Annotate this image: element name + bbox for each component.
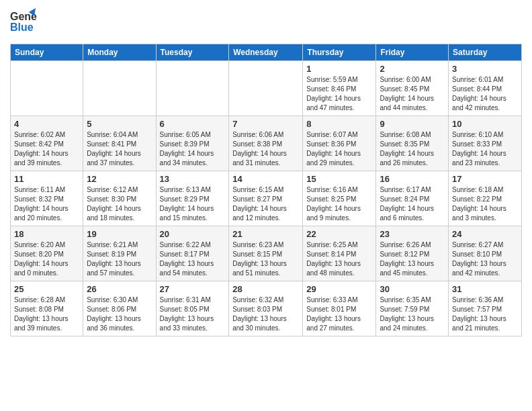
- day-number: 4: [14, 119, 79, 129]
- day-cell: 24Sunrise: 6:27 AM Sunset: 8:10 PM Dayli…: [449, 226, 522, 281]
- day-number: 21: [232, 229, 299, 239]
- day-number: 23: [380, 229, 445, 239]
- day-cell: 30Sunrise: 6:35 AM Sunset: 7:59 PM Dayli…: [376, 281, 449, 336]
- weekday-header-thursday: Thursday: [303, 44, 376, 61]
- day-info: Sunrise: 6:30 AM Sunset: 8:06 PM Dayligh…: [87, 295, 152, 333]
- day-cell: 18Sunrise: 6:20 AM Sunset: 8:20 PM Dayli…: [11, 226, 83, 281]
- day-info: Sunrise: 6:22 AM Sunset: 8:17 PM Dayligh…: [160, 240, 226, 278]
- day-info: Sunrise: 6:16 AM Sunset: 8:25 PM Dayligh…: [306, 185, 372, 223]
- day-number: 19: [87, 229, 152, 239]
- day-number: 18: [14, 229, 79, 239]
- day-cell: 20Sunrise: 6:22 AM Sunset: 8:17 PM Dayli…: [156, 226, 229, 281]
- logo-icon: General Blue: [10, 7, 37, 37]
- day-info: Sunrise: 6:28 AM Sunset: 8:08 PM Dayligh…: [14, 295, 79, 333]
- calendar-table: SundayMondayTuesdayWednesdayThursdayFrid…: [10, 44, 522, 336]
- weekday-header-saturday: Saturday: [449, 44, 522, 61]
- day-cell: 23Sunrise: 6:26 AM Sunset: 8:12 PM Dayli…: [376, 226, 449, 281]
- day-cell: 6Sunrise: 6:05 AM Sunset: 8:39 PM Daylig…: [156, 116, 229, 171]
- day-number: 22: [306, 229, 372, 239]
- weekday-header-row: SundayMondayTuesdayWednesdayThursdayFrid…: [11, 44, 522, 61]
- day-cell: 9Sunrise: 6:08 AM Sunset: 8:35 PM Daylig…: [376, 116, 449, 171]
- day-number: 24: [452, 229, 518, 239]
- day-info: Sunrise: 6:27 AM Sunset: 8:10 PM Dayligh…: [452, 240, 518, 278]
- day-info: Sunrise: 6:05 AM Sunset: 8:39 PM Dayligh…: [160, 130, 226, 168]
- day-number: 5: [87, 119, 152, 129]
- week-row-2: 4Sunrise: 6:02 AM Sunset: 8:42 PM Daylig…: [11, 116, 522, 171]
- day-info: Sunrise: 6:06 AM Sunset: 8:38 PM Dayligh…: [232, 130, 299, 168]
- day-info: Sunrise: 6:11 AM Sunset: 8:32 PM Dayligh…: [14, 185, 79, 223]
- day-info: Sunrise: 6:26 AM Sunset: 8:12 PM Dayligh…: [380, 240, 445, 278]
- day-info: Sunrise: 6:32 AM Sunset: 8:03 PM Dayligh…: [232, 295, 299, 333]
- week-row-1: 1Sunrise: 5:59 AM Sunset: 8:46 PM Daylig…: [11, 61, 522, 116]
- day-cell: 2Sunrise: 6:00 AM Sunset: 8:45 PM Daylig…: [376, 61, 449, 116]
- day-number: 2: [380, 64, 445, 74]
- day-cell: 4Sunrise: 6:02 AM Sunset: 8:42 PM Daylig…: [11, 116, 83, 171]
- header: General Blue: [10, 7, 522, 37]
- weekday-header-friday: Friday: [376, 44, 449, 61]
- day-info: Sunrise: 6:10 AM Sunset: 8:33 PM Dayligh…: [452, 130, 518, 168]
- day-number: 9: [380, 119, 445, 129]
- day-cell: 17Sunrise: 6:18 AM Sunset: 8:22 PM Dayli…: [449, 171, 522, 226]
- day-info: Sunrise: 6:04 AM Sunset: 8:41 PM Dayligh…: [87, 130, 152, 168]
- day-cell: 14Sunrise: 6:15 AM Sunset: 8:27 PM Dayli…: [229, 171, 303, 226]
- day-info: Sunrise: 6:25 AM Sunset: 8:14 PM Dayligh…: [306, 240, 372, 278]
- day-info: Sunrise: 6:36 AM Sunset: 7:57 PM Dayligh…: [452, 295, 518, 333]
- day-number: 16: [380, 174, 445, 184]
- day-cell: 31Sunrise: 6:36 AM Sunset: 7:57 PM Dayli…: [449, 281, 522, 336]
- day-number: 12: [87, 174, 152, 184]
- day-number: 8: [306, 119, 372, 129]
- day-number: 13: [160, 174, 226, 184]
- day-info: Sunrise: 6:00 AM Sunset: 8:45 PM Dayligh…: [380, 75, 445, 113]
- day-number: 17: [452, 174, 518, 184]
- day-cell: 25Sunrise: 6:28 AM Sunset: 8:08 PM Dayli…: [11, 281, 83, 336]
- day-info: Sunrise: 6:33 AM Sunset: 8:01 PM Dayligh…: [306, 295, 372, 333]
- day-number: 11: [14, 174, 79, 184]
- day-number: 7: [232, 119, 299, 129]
- day-info: Sunrise: 5:59 AM Sunset: 8:46 PM Dayligh…: [306, 75, 372, 113]
- day-info: Sunrise: 6:12 AM Sunset: 8:30 PM Dayligh…: [87, 185, 152, 223]
- day-info: Sunrise: 6:15 AM Sunset: 8:27 PM Dayligh…: [232, 185, 299, 223]
- day-cell: 26Sunrise: 6:30 AM Sunset: 8:06 PM Dayli…: [83, 281, 156, 336]
- week-row-4: 18Sunrise: 6:20 AM Sunset: 8:20 PM Dayli…: [11, 226, 522, 281]
- day-info: Sunrise: 6:23 AM Sunset: 8:15 PM Dayligh…: [232, 240, 299, 278]
- weekday-header-wednesday: Wednesday: [229, 44, 303, 61]
- day-number: 28: [232, 284, 299, 294]
- day-info: Sunrise: 6:08 AM Sunset: 8:35 PM Dayligh…: [380, 130, 445, 168]
- week-row-3: 11Sunrise: 6:11 AM Sunset: 8:32 PM Dayli…: [11, 171, 522, 226]
- day-number: 6: [160, 119, 226, 129]
- svg-text:Blue: Blue: [10, 21, 34, 33]
- day-cell: 7Sunrise: 6:06 AM Sunset: 8:38 PM Daylig…: [229, 116, 303, 171]
- day-number: 30: [380, 284, 445, 294]
- day-cell: [11, 61, 83, 116]
- day-info: Sunrise: 6:18 AM Sunset: 8:22 PM Dayligh…: [452, 185, 518, 223]
- day-info: Sunrise: 6:21 AM Sunset: 8:19 PM Dayligh…: [87, 240, 152, 278]
- day-cell: 8Sunrise: 6:07 AM Sunset: 8:36 PM Daylig…: [303, 116, 376, 171]
- weekday-header-sunday: Sunday: [11, 44, 83, 61]
- day-cell: 21Sunrise: 6:23 AM Sunset: 8:15 PM Dayli…: [229, 226, 303, 281]
- day-cell: 3Sunrise: 6:01 AM Sunset: 8:44 PM Daylig…: [449, 61, 522, 116]
- week-row-5: 25Sunrise: 6:28 AM Sunset: 8:08 PM Dayli…: [11, 281, 522, 336]
- day-cell: 5Sunrise: 6:04 AM Sunset: 8:41 PM Daylig…: [83, 116, 156, 171]
- day-number: 1: [306, 64, 372, 74]
- weekday-header-tuesday: Tuesday: [156, 44, 229, 61]
- day-number: 29: [306, 284, 372, 294]
- day-number: 10: [452, 119, 518, 129]
- day-number: 31: [452, 284, 518, 294]
- day-cell: 15Sunrise: 6:16 AM Sunset: 8:25 PM Dayli…: [303, 171, 376, 226]
- day-cell: [83, 61, 156, 116]
- day-cell: [229, 61, 303, 116]
- day-info: Sunrise: 6:13 AM Sunset: 8:29 PM Dayligh…: [160, 185, 226, 223]
- day-info: Sunrise: 6:02 AM Sunset: 8:42 PM Dayligh…: [14, 130, 79, 168]
- day-cell: 13Sunrise: 6:13 AM Sunset: 8:29 PM Dayli…: [156, 171, 229, 226]
- day-cell: 22Sunrise: 6:25 AM Sunset: 8:14 PM Dayli…: [303, 226, 376, 281]
- day-info: Sunrise: 6:35 AM Sunset: 7:59 PM Dayligh…: [380, 295, 445, 333]
- day-cell: 16Sunrise: 6:17 AM Sunset: 8:24 PM Dayli…: [376, 171, 449, 226]
- day-info: Sunrise: 6:20 AM Sunset: 8:20 PM Dayligh…: [14, 240, 79, 278]
- day-cell: 27Sunrise: 6:31 AM Sunset: 8:05 PM Dayli…: [156, 281, 229, 336]
- day-cell: 19Sunrise: 6:21 AM Sunset: 8:19 PM Dayli…: [83, 226, 156, 281]
- day-cell: 11Sunrise: 6:11 AM Sunset: 8:32 PM Dayli…: [11, 171, 83, 226]
- day-info: Sunrise: 6:31 AM Sunset: 8:05 PM Dayligh…: [160, 295, 226, 333]
- day-number: 26: [87, 284, 152, 294]
- day-cell: 29Sunrise: 6:33 AM Sunset: 8:01 PM Dayli…: [303, 281, 376, 336]
- day-number: 27: [160, 284, 226, 294]
